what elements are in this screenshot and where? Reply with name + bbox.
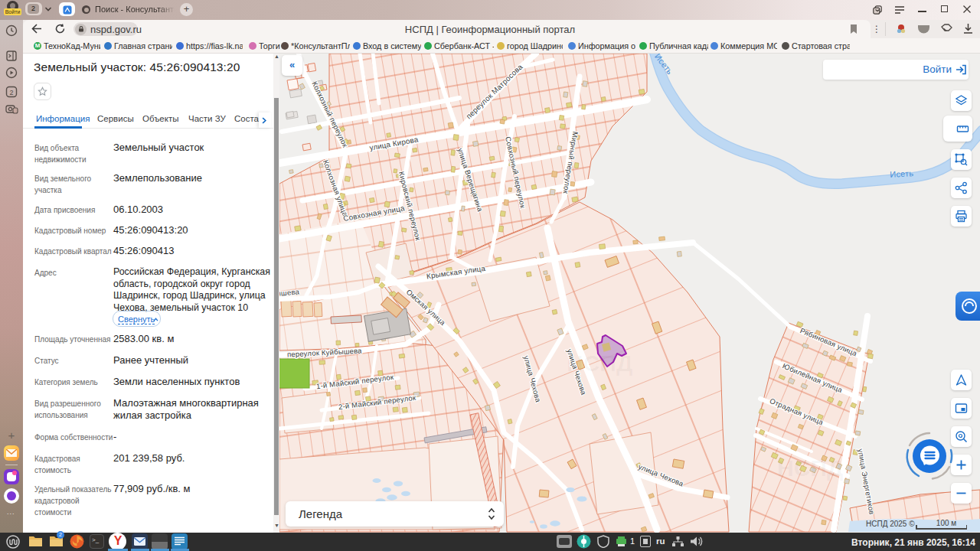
svg-text:Исеть: Исеть [890, 168, 914, 179]
svg-text:НСПД: НСПД [777, 455, 843, 481]
svg-text:2: 2 [9, 89, 13, 96]
